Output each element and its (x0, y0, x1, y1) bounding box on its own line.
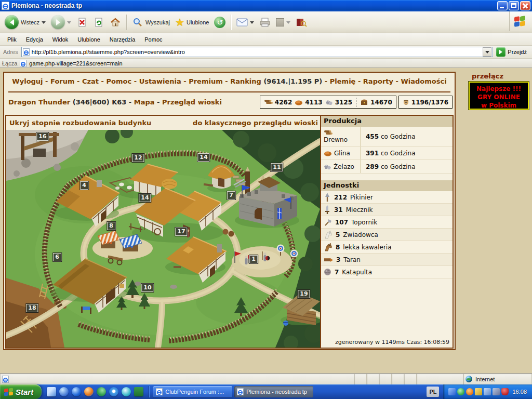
units-header: Jednostki (321, 180, 453, 191)
refresh-button[interactable] (90, 16, 107, 29)
back-button[interactable]: Wstecz (2, 14, 48, 30)
village-map[interactable]: 16121411471481761101918 (6, 130, 320, 348)
village-overview-link[interactable]: Przegląd wioski (162, 98, 222, 106)
language-indicator[interactable]: PL (427, 387, 439, 397)
go-button[interactable]: Przejdź (493, 47, 530, 57)
nav-link-raporty[interactable]: Raporty (363, 77, 393, 85)
switch-ad-link[interactable]: przełącz (467, 72, 530, 80)
refresh-icon (93, 17, 104, 28)
network-monitor-icon[interactable] (448, 388, 456, 395)
security-alert-icon[interactable] (501, 388, 509, 395)
messenger-icon[interactable] (59, 387, 69, 396)
menu-edycja[interactable]: Edycja (22, 35, 47, 44)
wood-icon (324, 129, 332, 136)
nav-link-ranking[interactable]: Ranking (230, 77, 261, 85)
menu-widok[interactable]: Widok (48, 35, 73, 44)
building-level-badge[interactable]: 7 (227, 191, 235, 200)
discuss-button[interactable] (293, 16, 310, 29)
outlook-express-icon[interactable] (47, 387, 56, 396)
nav-link-wiadomosci[interactable]: Wiadomości (401, 77, 446, 85)
classic-view-link[interactable]: do klasycznego przeglądu wioski (193, 119, 318, 127)
ad-line: Najlepsze !!! (470, 85, 528, 93)
close-button[interactable] (520, 1, 530, 10)
quicktime-icon[interactable] (109, 387, 118, 396)
edit-button[interactable] (273, 17, 293, 28)
start-button[interactable]: Start (0, 384, 42, 399)
msn-icon[interactable] (97, 387, 106, 396)
generated-timestamp: zgenerowany w 1149ms Czas: 16:08:59 (335, 339, 449, 345)
lan-connection-icon[interactable] (484, 388, 491, 395)
home-button[interactable] (107, 16, 124, 29)
links-bar-link[interactable]: game.php-village=221&screen=main (29, 60, 122, 66)
windows-media-player-icon[interactable] (84, 387, 94, 396)
nav-link-plemie[interactable]: Plemię (330, 77, 356, 85)
hide-levels-link[interactable]: Ukryj stopnie rozbudowania budynku (9, 119, 151, 127)
ie-page-icon (237, 388, 244, 395)
building-level-badge[interactable]: 14 (197, 153, 209, 162)
quick-launch (42, 387, 148, 396)
ad-banner[interactable]: Najlepsze !!! GRY ONLINE w Polskim (469, 82, 529, 110)
building-level-badge[interactable]: 19 (298, 290, 310, 298)
storage-amount: 14670 (370, 99, 392, 106)
windows-logo (509, 11, 530, 31)
menu-plik[interactable]: Plik (3, 35, 21, 44)
unit-name: lekka kawaleria (343, 244, 391, 251)
separator: - (322, 77, 329, 85)
menu-pomoc[interactable]: Pomoc (140, 35, 166, 44)
unit-count: 107 (335, 219, 348, 226)
menu-ulubione[interactable]: Ulubione (73, 35, 104, 44)
production-unit: co Godzina (381, 150, 416, 157)
favorites-button[interactable]: ★ Ulubione (172, 15, 211, 30)
task-button-clubpenguin[interactable]: ClubPenguin Forum :... (153, 386, 232, 397)
offline-network-icon[interactable] (493, 388, 500, 395)
building-level-badge[interactable]: 16 (36, 132, 48, 141)
updates-icon[interactable] (475, 388, 482, 395)
nav-link-wyloguj[interactable]: Wyloguj (12, 77, 43, 85)
village-map-graphic (6, 130, 320, 348)
internet-explorer-icon[interactable] (72, 387, 81, 396)
nav-link-premium[interactable]: Premium (189, 77, 223, 85)
address-input[interactable]: http://pl1b.plemiona.pl/staemme.php?scre… (21, 47, 494, 57)
nav-link-forum[interactable]: Forum (50, 77, 75, 85)
map-link[interactable]: Mapa (134, 98, 155, 106)
mail-button[interactable] (234, 16, 257, 29)
building-level-badge[interactable]: 12 (132, 154, 144, 162)
history-button[interactable]: ↺ (211, 16, 228, 29)
start-label: Start (16, 388, 33, 396)
building-level-badge[interactable]: 6 (53, 253, 61, 261)
building-level-badge[interactable]: 17 (175, 228, 187, 236)
unit-count: 31 (334, 206, 343, 214)
building-level-badge[interactable]: 11 (271, 163, 283, 171)
winamp-icon[interactable] (466, 388, 473, 395)
task-button-plemiona[interactable]: Plemiona - neostrada tp (234, 386, 313, 397)
building-level-badge[interactable]: 10 (141, 284, 153, 292)
catapult-stone-icon (324, 268, 331, 276)
building-level-badge[interactable]: 1 (249, 255, 258, 263)
itunes-icon[interactable] (122, 387, 131, 396)
separator: - (131, 77, 139, 85)
stop-button[interactable] (74, 16, 90, 29)
unit-count: 8 (336, 244, 340, 251)
menu-narzedzia[interactable]: Narzędzia (105, 35, 140, 44)
address-dropdown-button[interactable] (483, 47, 491, 57)
search-button[interactable]: Wyszukaj (129, 16, 172, 29)
system-tray: 16:08 (443, 384, 532, 399)
excel-icon[interactable] (134, 387, 143, 396)
clay-resource: 4113 (295, 99, 322, 106)
building-level-badge[interactable]: 14 (139, 194, 151, 202)
building-level-badge[interactable]: 4 (80, 181, 88, 190)
forward-button[interactable] (48, 14, 74, 30)
building-level-badge[interactable]: 18 (26, 304, 38, 312)
back-icon (5, 15, 19, 29)
nav-link-czat[interactable]: Czat (82, 77, 99, 85)
print-button[interactable] (257, 16, 273, 29)
green-check-icon[interactable] (457, 388, 464, 395)
village-name-link[interactable]: Dragon Thunder (8, 98, 70, 106)
building-level-badge[interactable]: 8 (107, 222, 115, 230)
minimize-button[interactable] (497, 1, 508, 10)
maximize-button[interactable] (509, 1, 519, 10)
search-icon (132, 17, 143, 28)
production-unit: co Godzina (381, 163, 416, 170)
nav-link-ustawienia[interactable]: Ustawienia (139, 77, 181, 85)
nav-link-pomoc[interactable]: Pomoc (107, 77, 132, 85)
